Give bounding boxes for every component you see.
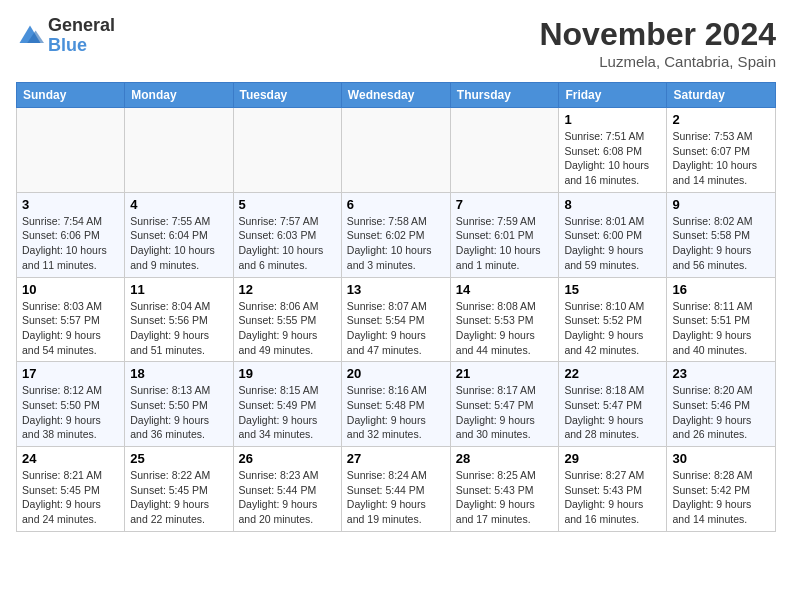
month-title: November 2024: [539, 16, 776, 53]
day-info: Sunrise: 8:21 AM Sunset: 5:45 PM Dayligh…: [22, 468, 119, 527]
calendar-cell: 17Sunrise: 8:12 AM Sunset: 5:50 PM Dayli…: [17, 362, 125, 447]
day-number: 24: [22, 451, 119, 466]
day-number: 20: [347, 366, 445, 381]
calendar-cell: 24Sunrise: 8:21 AM Sunset: 5:45 PM Dayli…: [17, 447, 125, 532]
day-info: Sunrise: 7:51 AM Sunset: 6:08 PM Dayligh…: [564, 129, 661, 188]
calendar-cell: [233, 108, 341, 193]
day-info: Sunrise: 7:54 AM Sunset: 6:06 PM Dayligh…: [22, 214, 119, 273]
weekday-header-sunday: Sunday: [17, 83, 125, 108]
day-number: 25: [130, 451, 227, 466]
day-number: 18: [130, 366, 227, 381]
logo-blue: Blue: [48, 36, 115, 56]
calendar-cell: 21Sunrise: 8:17 AM Sunset: 5:47 PM Dayli…: [450, 362, 559, 447]
day-number: 3: [22, 197, 119, 212]
day-info: Sunrise: 8:16 AM Sunset: 5:48 PM Dayligh…: [347, 383, 445, 442]
day-number: 8: [564, 197, 661, 212]
day-number: 27: [347, 451, 445, 466]
calendar-cell: [450, 108, 559, 193]
day-number: 7: [456, 197, 554, 212]
calendar-cell: 14Sunrise: 8:08 AM Sunset: 5:53 PM Dayli…: [450, 277, 559, 362]
day-info: Sunrise: 7:57 AM Sunset: 6:03 PM Dayligh…: [239, 214, 336, 273]
logo: General Blue: [16, 16, 115, 56]
day-info: Sunrise: 8:24 AM Sunset: 5:44 PM Dayligh…: [347, 468, 445, 527]
calendar-week-3: 10Sunrise: 8:03 AM Sunset: 5:57 PM Dayli…: [17, 277, 776, 362]
day-number: 13: [347, 282, 445, 297]
calendar-cell: 16Sunrise: 8:11 AM Sunset: 5:51 PM Dayli…: [667, 277, 776, 362]
day-info: Sunrise: 8:04 AM Sunset: 5:56 PM Dayligh…: [130, 299, 227, 358]
calendar-week-5: 24Sunrise: 8:21 AM Sunset: 5:45 PM Dayli…: [17, 447, 776, 532]
weekday-header-row: SundayMondayTuesdayWednesdayThursdayFrid…: [17, 83, 776, 108]
day-info: Sunrise: 7:53 AM Sunset: 6:07 PM Dayligh…: [672, 129, 770, 188]
calendar-cell: [125, 108, 233, 193]
calendar-cell: 15Sunrise: 8:10 AM Sunset: 5:52 PM Dayli…: [559, 277, 667, 362]
calendar-week-1: 1Sunrise: 7:51 AM Sunset: 6:08 PM Daylig…: [17, 108, 776, 193]
calendar-cell: 6Sunrise: 7:58 AM Sunset: 6:02 PM Daylig…: [341, 192, 450, 277]
day-info: Sunrise: 8:17 AM Sunset: 5:47 PM Dayligh…: [456, 383, 554, 442]
weekday-header-friday: Friday: [559, 83, 667, 108]
calendar-cell: 18Sunrise: 8:13 AM Sunset: 5:50 PM Dayli…: [125, 362, 233, 447]
calendar-cell: [341, 108, 450, 193]
day-number: 19: [239, 366, 336, 381]
day-info: Sunrise: 8:01 AM Sunset: 6:00 PM Dayligh…: [564, 214, 661, 273]
calendar-cell: 4Sunrise: 7:55 AM Sunset: 6:04 PM Daylig…: [125, 192, 233, 277]
calendar-cell: 9Sunrise: 8:02 AM Sunset: 5:58 PM Daylig…: [667, 192, 776, 277]
day-number: 2: [672, 112, 770, 127]
calendar-cell: 25Sunrise: 8:22 AM Sunset: 5:45 PM Dayli…: [125, 447, 233, 532]
weekday-header-wednesday: Wednesday: [341, 83, 450, 108]
day-info: Sunrise: 7:58 AM Sunset: 6:02 PM Dayligh…: [347, 214, 445, 273]
day-info: Sunrise: 8:28 AM Sunset: 5:42 PM Dayligh…: [672, 468, 770, 527]
day-number: 10: [22, 282, 119, 297]
calendar-week-2: 3Sunrise: 7:54 AM Sunset: 6:06 PM Daylig…: [17, 192, 776, 277]
day-info: Sunrise: 8:22 AM Sunset: 5:45 PM Dayligh…: [130, 468, 227, 527]
day-info: Sunrise: 8:23 AM Sunset: 5:44 PM Dayligh…: [239, 468, 336, 527]
calendar-cell: [17, 108, 125, 193]
calendar-table: SundayMondayTuesdayWednesdayThursdayFrid…: [16, 82, 776, 532]
day-info: Sunrise: 8:13 AM Sunset: 5:50 PM Dayligh…: [130, 383, 227, 442]
location: Luzmela, Cantabria, Spain: [539, 53, 776, 70]
weekday-header-thursday: Thursday: [450, 83, 559, 108]
day-info: Sunrise: 8:25 AM Sunset: 5:43 PM Dayligh…: [456, 468, 554, 527]
calendar-cell: 29Sunrise: 8:27 AM Sunset: 5:43 PM Dayli…: [559, 447, 667, 532]
day-number: 28: [456, 451, 554, 466]
day-number: 9: [672, 197, 770, 212]
calendar-cell: 23Sunrise: 8:20 AM Sunset: 5:46 PM Dayli…: [667, 362, 776, 447]
day-number: 16: [672, 282, 770, 297]
calendar-cell: 19Sunrise: 8:15 AM Sunset: 5:49 PM Dayli…: [233, 362, 341, 447]
calendar-cell: 3Sunrise: 7:54 AM Sunset: 6:06 PM Daylig…: [17, 192, 125, 277]
calendar-cell: 13Sunrise: 8:07 AM Sunset: 5:54 PM Dayli…: [341, 277, 450, 362]
day-info: Sunrise: 8:12 AM Sunset: 5:50 PM Dayligh…: [22, 383, 119, 442]
day-number: 12: [239, 282, 336, 297]
day-number: 4: [130, 197, 227, 212]
page-header: General Blue November 2024 Luzmela, Cant…: [16, 16, 776, 70]
day-info: Sunrise: 8:02 AM Sunset: 5:58 PM Dayligh…: [672, 214, 770, 273]
calendar-cell: 2Sunrise: 7:53 AM Sunset: 6:07 PM Daylig…: [667, 108, 776, 193]
calendar-cell: 20Sunrise: 8:16 AM Sunset: 5:48 PM Dayli…: [341, 362, 450, 447]
calendar-cell: 10Sunrise: 8:03 AM Sunset: 5:57 PM Dayli…: [17, 277, 125, 362]
day-number: 15: [564, 282, 661, 297]
day-info: Sunrise: 8:15 AM Sunset: 5:49 PM Dayligh…: [239, 383, 336, 442]
day-number: 14: [456, 282, 554, 297]
day-info: Sunrise: 7:55 AM Sunset: 6:04 PM Dayligh…: [130, 214, 227, 273]
day-info: Sunrise: 8:10 AM Sunset: 5:52 PM Dayligh…: [564, 299, 661, 358]
calendar-cell: 5Sunrise: 7:57 AM Sunset: 6:03 PM Daylig…: [233, 192, 341, 277]
day-number: 21: [456, 366, 554, 381]
day-info: Sunrise: 7:59 AM Sunset: 6:01 PM Dayligh…: [456, 214, 554, 273]
calendar-cell: 12Sunrise: 8:06 AM Sunset: 5:55 PM Dayli…: [233, 277, 341, 362]
weekday-header-monday: Monday: [125, 83, 233, 108]
calendar-cell: 1Sunrise: 7:51 AM Sunset: 6:08 PM Daylig…: [559, 108, 667, 193]
day-number: 29: [564, 451, 661, 466]
day-number: 6: [347, 197, 445, 212]
calendar-cell: 7Sunrise: 7:59 AM Sunset: 6:01 PM Daylig…: [450, 192, 559, 277]
day-info: Sunrise: 8:03 AM Sunset: 5:57 PM Dayligh…: [22, 299, 119, 358]
calendar-cell: 22Sunrise: 8:18 AM Sunset: 5:47 PM Dayli…: [559, 362, 667, 447]
calendar-cell: 26Sunrise: 8:23 AM Sunset: 5:44 PM Dayli…: [233, 447, 341, 532]
day-number: 26: [239, 451, 336, 466]
calendar-cell: 30Sunrise: 8:28 AM Sunset: 5:42 PM Dayli…: [667, 447, 776, 532]
day-info: Sunrise: 8:20 AM Sunset: 5:46 PM Dayligh…: [672, 383, 770, 442]
day-info: Sunrise: 8:06 AM Sunset: 5:55 PM Dayligh…: [239, 299, 336, 358]
day-number: 22: [564, 366, 661, 381]
day-info: Sunrise: 8:11 AM Sunset: 5:51 PM Dayligh…: [672, 299, 770, 358]
day-info: Sunrise: 8:18 AM Sunset: 5:47 PM Dayligh…: [564, 383, 661, 442]
calendar-cell: 8Sunrise: 8:01 AM Sunset: 6:00 PM Daylig…: [559, 192, 667, 277]
day-number: 5: [239, 197, 336, 212]
